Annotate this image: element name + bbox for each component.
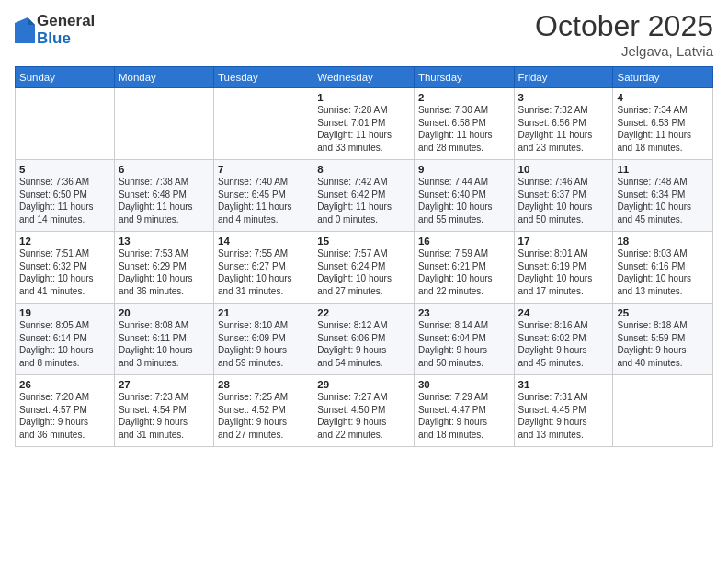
day-num-9: 9 — [418, 164, 510, 175]
cell-4-6 — [613, 375, 713, 447]
day-info-10: Sunrise: 7:46 AM Sunset: 6:37 PM Dayligh… — [518, 176, 609, 225]
day-num-13: 13 — [119, 236, 210, 247]
svg-marker-0 — [15, 17, 35, 43]
cell-4-3: 29Sunrise: 7:27 AM Sunset: 4:50 PM Dayli… — [313, 375, 415, 447]
day-num-21: 21 — [218, 307, 309, 318]
day-num-19: 19 — [19, 307, 110, 318]
day-info-8: Sunrise: 7:42 AM Sunset: 6:42 PM Dayligh… — [317, 176, 410, 225]
day-info-5: Sunrise: 7:36 AM Sunset: 6:50 PM Dayligh… — [19, 176, 110, 225]
day-num-3: 3 — [518, 92, 609, 103]
cell-2-2: 14Sunrise: 7:55 AM Sunset: 6:27 PM Dayli… — [214, 232, 313, 304]
day-info-17: Sunrise: 8:01 AM Sunset: 6:19 PM Dayligh… — [518, 247, 609, 297]
cell-0-4: 2Sunrise: 7:30 AM Sunset: 6:58 PM Daylig… — [414, 88, 514, 160]
cell-2-1: 13Sunrise: 7:53 AM Sunset: 6:29 PM Dayli… — [114, 232, 213, 304]
week-row-1: 1Sunrise: 7:28 AM Sunset: 7:01 PM Daylig… — [16, 88, 713, 160]
cell-4-2: 28Sunrise: 7:25 AM Sunset: 4:52 PM Dayli… — [214, 375, 313, 447]
day-num-16: 16 — [418, 236, 510, 247]
day-info-19: Sunrise: 8:05 AM Sunset: 6:14 PM Dayligh… — [19, 319, 110, 369]
cell-4-4: 30Sunrise: 7:29 AM Sunset: 4:47 PM Dayli… — [414, 375, 514, 447]
weekday-row: Sunday Monday Tuesday Wednesday Thursday… — [16, 67, 713, 88]
day-info-21: Sunrise: 8:10 AM Sunset: 6:09 PM Dayligh… — [218, 319, 309, 369]
th-wednesday: Wednesday — [313, 67, 415, 88]
cell-3-4: 23Sunrise: 8:14 AM Sunset: 6:04 PM Dayli… — [414, 304, 514, 375]
day-info-31: Sunrise: 7:31 AM Sunset: 4:45 PM Dayligh… — [518, 391, 609, 441]
day-num-1: 1 — [317, 92, 410, 103]
week-row-5: 26Sunrise: 7:20 AM Sunset: 4:57 PM Dayli… — [16, 375, 713, 447]
day-num-5: 5 — [19, 164, 110, 175]
day-info-22: Sunrise: 8:12 AM Sunset: 6:06 PM Dayligh… — [317, 319, 410, 369]
day-num-27: 27 — [119, 379, 210, 390]
cell-0-2 — [214, 88, 313, 160]
cell-2-6: 18Sunrise: 8:03 AM Sunset: 6:16 PM Dayli… — [613, 232, 713, 304]
day-num-22: 22 — [317, 307, 410, 318]
th-thursday: Thursday — [414, 67, 514, 88]
day-num-29: 29 — [317, 379, 410, 390]
cell-1-6: 11Sunrise: 7:48 AM Sunset: 6:34 PM Dayli… — [613, 160, 713, 232]
day-info-24: Sunrise: 8:16 AM Sunset: 6:02 PM Dayligh… — [518, 319, 609, 369]
logo-blue: Blue — [37, 30, 95, 48]
cell-1-3: 8Sunrise: 7:42 AM Sunset: 6:42 PM Daylig… — [313, 160, 415, 232]
day-info-12: Sunrise: 7:51 AM Sunset: 6:32 PM Dayligh… — [19, 247, 110, 297]
day-info-7: Sunrise: 7:40 AM Sunset: 6:45 PM Dayligh… — [218, 176, 309, 225]
page: General Blue October 2025 Jelgava, Latvi… — [0, 0, 728, 563]
cell-4-0: 26Sunrise: 7:20 AM Sunset: 4:57 PM Dayli… — [16, 375, 115, 447]
day-info-20: Sunrise: 8:08 AM Sunset: 6:11 PM Dayligh… — [119, 319, 210, 369]
day-info-14: Sunrise: 7:55 AM Sunset: 6:27 PM Dayligh… — [218, 247, 309, 297]
week-row-3: 12Sunrise: 7:51 AM Sunset: 6:32 PM Dayli… — [16, 232, 713, 304]
cell-2-0: 12Sunrise: 7:51 AM Sunset: 6:32 PM Dayli… — [16, 232, 115, 304]
day-num-8: 8 — [317, 164, 410, 175]
cell-1-0: 5Sunrise: 7:36 AM Sunset: 6:50 PM Daylig… — [16, 160, 115, 232]
cell-3-5: 24Sunrise: 8:16 AM Sunset: 6:02 PM Dayli… — [514, 304, 613, 375]
cell-1-1: 6Sunrise: 7:38 AM Sunset: 6:48 PM Daylig… — [114, 160, 213, 232]
day-info-30: Sunrise: 7:29 AM Sunset: 4:47 PM Dayligh… — [418, 391, 510, 441]
day-info-28: Sunrise: 7:25 AM Sunset: 4:52 PM Dayligh… — [218, 391, 309, 441]
day-num-10: 10 — [518, 164, 609, 175]
cell-4-1: 27Sunrise: 7:23 AM Sunset: 4:54 PM Dayli… — [114, 375, 213, 447]
cell-1-5: 10Sunrise: 7:46 AM Sunset: 6:37 PM Dayli… — [514, 160, 613, 232]
day-info-4: Sunrise: 7:34 AM Sunset: 6:53 PM Dayligh… — [617, 104, 709, 154]
day-num-24: 24 — [518, 307, 609, 318]
day-num-6: 6 — [119, 164, 210, 175]
day-info-26: Sunrise: 7:20 AM Sunset: 4:57 PM Dayligh… — [19, 391, 110, 441]
day-info-15: Sunrise: 7:57 AM Sunset: 6:24 PM Dayligh… — [317, 247, 410, 297]
day-info-2: Sunrise: 7:30 AM Sunset: 6:58 PM Dayligh… — [418, 104, 510, 154]
th-saturday: Saturday — [613, 67, 713, 88]
cell-1-2: 7Sunrise: 7:40 AM Sunset: 6:45 PM Daylig… — [214, 160, 313, 232]
day-info-9: Sunrise: 7:44 AM Sunset: 6:40 PM Dayligh… — [418, 176, 510, 225]
day-num-23: 23 — [418, 307, 510, 318]
cell-2-3: 15Sunrise: 7:57 AM Sunset: 6:24 PM Dayli… — [313, 232, 415, 304]
title-block: October 2025 Jelgava, Latvia — [535, 9, 713, 59]
day-info-6: Sunrise: 7:38 AM Sunset: 6:48 PM Dayligh… — [119, 176, 210, 225]
cell-3-2: 21Sunrise: 8:10 AM Sunset: 6:09 PM Dayli… — [214, 304, 313, 375]
location: Jelgava, Latvia — [535, 43, 713, 59]
cell-2-4: 16Sunrise: 7:59 AM Sunset: 6:21 PM Dayli… — [414, 232, 514, 304]
logo: General Blue — [15, 13, 95, 47]
cell-0-1 — [114, 88, 213, 160]
day-num-14: 14 — [218, 236, 309, 247]
day-info-23: Sunrise: 8:14 AM Sunset: 6:04 PM Dayligh… — [418, 319, 510, 369]
calendar-body: 1Sunrise: 7:28 AM Sunset: 7:01 PM Daylig… — [16, 88, 713, 447]
cell-3-0: 19Sunrise: 8:05 AM Sunset: 6:14 PM Dayli… — [16, 304, 115, 375]
day-num-31: 31 — [518, 379, 609, 390]
svg-marker-1 — [28, 17, 35, 25]
day-num-15: 15 — [317, 236, 410, 247]
week-row-4: 19Sunrise: 8:05 AM Sunset: 6:14 PM Dayli… — [16, 304, 713, 375]
day-info-18: Sunrise: 8:03 AM Sunset: 6:16 PM Dayligh… — [617, 247, 709, 297]
th-tuesday: Tuesday — [214, 67, 313, 88]
month-title: October 2025 — [535, 9, 713, 43]
cell-0-6: 4Sunrise: 7:34 AM Sunset: 6:53 PM Daylig… — [613, 88, 713, 160]
day-info-29: Sunrise: 7:27 AM Sunset: 4:50 PM Dayligh… — [317, 391, 410, 441]
day-info-27: Sunrise: 7:23 AM Sunset: 4:54 PM Dayligh… — [119, 391, 210, 441]
header: General Blue October 2025 Jelgava, Latvi… — [15, 9, 713, 59]
day-num-17: 17 — [518, 236, 609, 247]
day-num-4: 4 — [617, 92, 709, 103]
day-info-3: Sunrise: 7:32 AM Sunset: 6:56 PM Dayligh… — [518, 104, 609, 154]
day-num-26: 26 — [19, 379, 110, 390]
th-sunday: Sunday — [16, 67, 115, 88]
cell-0-0 — [16, 88, 115, 160]
day-num-7: 7 — [218, 164, 309, 175]
calendar-table: Sunday Monday Tuesday Wednesday Thursday… — [15, 66, 713, 447]
th-monday: Monday — [114, 67, 213, 88]
day-num-18: 18 — [617, 236, 709, 247]
day-num-30: 30 — [418, 379, 510, 390]
